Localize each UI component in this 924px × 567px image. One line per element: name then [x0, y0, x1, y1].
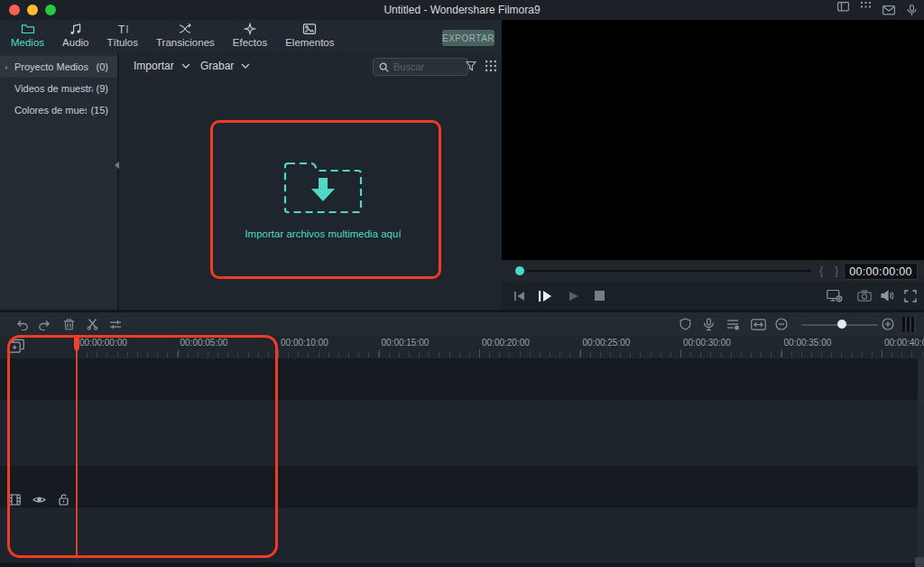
track-row-extra [0, 507, 924, 562]
ruler-marks: 00:00:00:0000:00:05:0000:00:10:0000:00:1… [0, 336, 924, 358]
filmora-window: Untitled - Wondershare Filmora9 Medios [0, 0, 924, 567]
filter-icon[interactable] [466, 60, 476, 71]
timeline-bottom-strip [0, 562, 924, 567]
seek-handle[interactable] [515, 266, 524, 275]
ruler-mark: 00:00:10:00 [278, 336, 279, 358]
elements-icon [302, 23, 317, 35]
import-dropzone[interactable]: Importar archivos multimedia aquí [210, 120, 436, 274]
music-note-icon [69, 23, 83, 35]
split-scissors-icon[interactable] [87, 312, 98, 336]
import-folder-icon [280, 154, 366, 219]
window-title: Untitled - Wondershare Filmora9 [0, 4, 924, 16]
sidebar-list: › Proyecto Medios (0) Videos de muestra … [0, 56, 117, 121]
tab-titulos[interactable]: T Títulos [98, 20, 148, 55]
transport-controls [502, 282, 924, 310]
ruler-mark: 00:00:35:00 [781, 336, 782, 358]
sidebar-item-count: (0) [97, 61, 108, 72]
track-lock-icon[interactable] [58, 493, 69, 506]
grid-view-icon[interactable] [485, 60, 496, 71]
scroll-corner [915, 557, 924, 567]
mark-in-icon[interactable]: { [819, 264, 823, 277]
snapshot-camera-icon[interactable] [857, 282, 872, 310]
tab-audio[interactable]: Audio [53, 20, 97, 55]
redo-icon[interactable] [38, 312, 51, 336]
preview-screen [502, 20, 924, 260]
tab-medios[interactable]: Medios [2, 20, 53, 55]
import-dropdown[interactable]: Importar [134, 60, 190, 72]
layout-icon[interactable] [837, 2, 849, 12]
marker-shield-icon[interactable] [679, 312, 691, 336]
track-visibility-eye-icon[interactable] [32, 495, 46, 505]
timeline-ruler[interactable]: 00:00:00:0000:00:05:0000:00:10:0000:00:1… [0, 336, 924, 358]
tab-label: Audio [62, 37, 88, 49]
sidebar-item-count: (15) [90, 105, 108, 116]
display-settings-icon[interactable] [827, 282, 843, 310]
ruler-mark: 00:00:30:00 [680, 336, 681, 358]
sidebar-item-videos-de-muestra[interactable]: Videos de muestra (9) [0, 78, 117, 99]
zoom-out-icon[interactable] [775, 312, 788, 336]
search-input[interactable] [393, 61, 462, 72]
zoom-in-icon[interactable] [882, 312, 894, 336]
video-track-icon [8, 494, 21, 506]
search-box [373, 58, 468, 76]
playhead[interactable] [76, 336, 78, 556]
folder-icon [21, 23, 35, 35]
record-dropdown[interactable]: Grabar [200, 60, 250, 72]
stop-button[interactable] [595, 282, 605, 310]
tabbar: Medios Audio T Títulos Transiciones Efec… [0, 20, 502, 52]
timecode-display: 00:00:00:00 [844, 263, 918, 280]
svg-text:T: T [118, 23, 125, 36]
microphone-icon[interactable] [907, 5, 917, 16]
tab-label: Medios [11, 37, 44, 49]
tab-label: Títulos [107, 37, 139, 49]
undo-icon[interactable] [15, 312, 29, 336]
voiceover-mic-icon[interactable] [703, 312, 715, 336]
apps-grid-icon[interactable] [861, 2, 871, 12]
next-frame-button[interactable] [568, 282, 579, 310]
play-button[interactable] [538, 282, 552, 310]
export-button[interactable]: EXPORTAR [442, 30, 494, 46]
mail-icon[interactable] [882, 5, 895, 15]
audio-mixer-icon[interactable] [726, 312, 739, 336]
sidebar-item-count: (9) [97, 83, 108, 94]
timeline-toolbar [0, 312, 924, 336]
chevron-down-icon [241, 63, 250, 69]
track-row-overlay [0, 358, 924, 400]
track-row-audio [0, 466, 924, 507]
media-library-panel: Importar archivos multimedia aquí [119, 79, 502, 310]
preview-panel: { } 00:00:00:00 [502, 20, 924, 310]
import-hint-text: Importar archivos multimedia aquí [245, 228, 401, 239]
playhead-handle[interactable] [74, 337, 79, 349]
titles-icon: T [116, 23, 130, 35]
timeline-scrollbar[interactable] [918, 358, 924, 562]
tabs: Medios Audio T Títulos Transiciones Efec… [2, 20, 344, 52]
tab-transiciones[interactable]: Transiciones [147, 20, 224, 55]
seek-bar: { } 00:00:00:00 [502, 260, 924, 282]
ruler-mark: 00:00:20:00 [479, 336, 480, 358]
transitions-icon [178, 23, 192, 35]
sidebar-item-colores-de-muestra[interactable]: Colores de mues... (15) [0, 99, 117, 121]
delete-icon[interactable] [63, 312, 75, 336]
tab-elementos[interactable]: Elementos [276, 20, 343, 55]
sidebar-item-label: Proyecto Medios [14, 61, 93, 72]
manage-tracks-icon[interactable] [8, 339, 25, 354]
ruler-mark: 00:00:05:00 [178, 336, 179, 358]
media-sidebar: › Proyecto Medios (0) Videos de muestra … [0, 52, 117, 310]
volume-icon[interactable] [881, 282, 894, 310]
track-manager-icon[interactable] [902, 317, 916, 332]
sidebar-item-label: Videos de muestra [14, 83, 93, 94]
adjust-sliders-icon[interactable] [109, 312, 122, 336]
chevron-down-icon [181, 63, 190, 69]
mark-out-icon[interactable]: } [835, 264, 838, 277]
sidebar-item-proyecto-medios[interactable]: › Proyecto Medios (0) [0, 56, 117, 78]
track-row-video [0, 400, 924, 466]
zoom-to-fit-icon[interactable] [751, 312, 766, 336]
previous-frame-button[interactable] [513, 282, 525, 310]
timeline-zoom-knob[interactable] [837, 320, 846, 329]
fullscreen-icon[interactable] [904, 282, 917, 310]
tab-efectos[interactable]: Efectos [224, 20, 276, 55]
titlebar-icons [837, 0, 917, 20]
seek-track[interactable] [527, 270, 811, 272]
tab-label: Elementos [285, 37, 334, 49]
sidebar-item-label: Colores de mues... [14, 105, 87, 116]
